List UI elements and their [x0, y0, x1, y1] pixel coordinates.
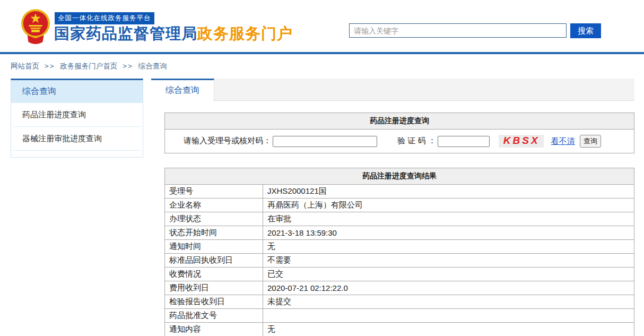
row-label: 状态开始时间	[165, 226, 263, 240]
sidebar-item-drug-registration-query[interactable]: 药品注册进度查询	[13, 103, 141, 127]
breadcrumb-separator: >>	[45, 62, 55, 70]
search-button[interactable]: 搜索	[570, 23, 601, 38]
query-form: 药品注册进度查询 请输入受理号或核对码： 验 证 码 ： KBSX 看不清 查询	[164, 113, 634, 153]
table-row: 受理号JXHS2000121国	[165, 185, 634, 199]
search-input[interactable]	[349, 23, 567, 38]
sidebar: 综合查询 药品注册进度查询 器械注册审批进度查询	[11, 79, 143, 158]
query-form-row: 请输入受理号或核对码： 验 证 码 ： KBSX 看不清 查询	[165, 130, 634, 153]
table-row: 通知时间无	[165, 240, 634, 254]
row-value: 未提交	[263, 295, 634, 309]
site-title-agency: 国家药品监督管理局	[54, 25, 197, 42]
site-title-portal: 政务服务门户	[197, 25, 293, 42]
captcha-label: 验 证 码 ：	[397, 136, 436, 145]
results-table: 药品注册进度查询结果 受理号JXHS2000121国 企业名称再鼎医药（上海）有…	[164, 168, 634, 336]
breadcrumb-current[interactable]: 综合查询	[138, 62, 167, 70]
table-row: 费用收到日2020-07-21 02:12:22.0	[165, 281, 634, 295]
results-title: 药品注册进度查询结果	[165, 168, 634, 185]
captcha-image: KBSX	[499, 135, 544, 148]
row-value: 无	[263, 323, 634, 336]
row-value: 无	[263, 240, 634, 254]
captcha-refresh-link[interactable]: 看不清	[551, 136, 575, 145]
row-label: 办理状态	[165, 212, 263, 226]
table-row: 状态开始时间2021-3-18 13:59:30	[165, 226, 634, 240]
row-label: 检验报告收到日	[165, 295, 263, 309]
sidebar-header: 综合查询	[11, 80, 143, 103]
breadcrumb-separator: >>	[123, 62, 133, 70]
row-label: 收费情况	[165, 268, 263, 281]
tab-bar: 综合查询	[151, 79, 634, 101]
row-value: JXHS2000121国	[263, 185, 634, 199]
table-row: 收费情况已交	[165, 268, 634, 281]
row-value: 已交	[263, 268, 634, 281]
tab-comprehensive-query[interactable]: 综合查询	[151, 79, 214, 101]
row-value: 再鼎医药（上海）有限公司	[263, 199, 634, 212]
row-value: 不需要	[263, 254, 634, 268]
table-row: 办理状态在审批	[165, 212, 634, 226]
table-row: 药品批准文号	[165, 309, 634, 323]
row-label: 受理号	[165, 185, 263, 199]
table-row: 通知内容无	[165, 323, 634, 336]
breadcrumb: 网站首页 >> 政务服务门户首页 >> 综合查询	[11, 62, 167, 71]
row-value: 2020-07-21 02:12:22.0	[263, 281, 634, 295]
breadcrumb-portal-home[interactable]: 政务服务门户首页	[60, 62, 117, 70]
breadcrumb-home[interactable]: 网站首页	[11, 62, 39, 70]
row-label: 费用收到日	[165, 281, 263, 295]
row-label: 通知时间	[165, 240, 263, 254]
main-content: 综合查询 药品注册进度查询 请输入受理号或核对码： 验 证 码 ： KBSX 看…	[151, 79, 634, 336]
national-emblem-icon	[20, 8, 51, 46]
receipt-number-label: 请输入受理号或核对码：	[184, 136, 271, 145]
table-row: 企业名称再鼎医药（上海）有限公司	[165, 199, 634, 212]
row-value: 2021-3-18 13:59:30	[263, 226, 634, 240]
row-label: 企业名称	[165, 199, 263, 212]
query-form-title: 药品注册进度查询	[165, 113, 634, 130]
query-submit-button[interactable]: 查询	[580, 135, 601, 148]
row-value: 在审批	[263, 212, 634, 226]
receipt-number-input[interactable]	[273, 136, 377, 147]
sidebar-item-device-registration-query[interactable]: 器械注册审批进度查询	[13, 127, 141, 151]
row-label: 标准品回执收到日	[165, 254, 263, 268]
row-label: 药品批准文号	[165, 309, 263, 323]
captcha-input[interactable]	[438, 136, 490, 147]
table-row: 检验报告收到日未提交	[165, 295, 634, 309]
site-header: 全国一体化在线政务服务平台 国家药品监督管理局政务服务门户 搜索	[0, 0, 644, 52]
row-value	[263, 309, 634, 323]
header-divider	[0, 52, 644, 54]
row-label: 通知内容	[165, 323, 263, 336]
site-title: 国家药品监督管理局政务服务门户	[54, 23, 293, 45]
table-row: 标准品回执收到日不需要	[165, 254, 634, 268]
platform-badge: 全国一体化在线政务服务平台	[55, 12, 154, 24]
